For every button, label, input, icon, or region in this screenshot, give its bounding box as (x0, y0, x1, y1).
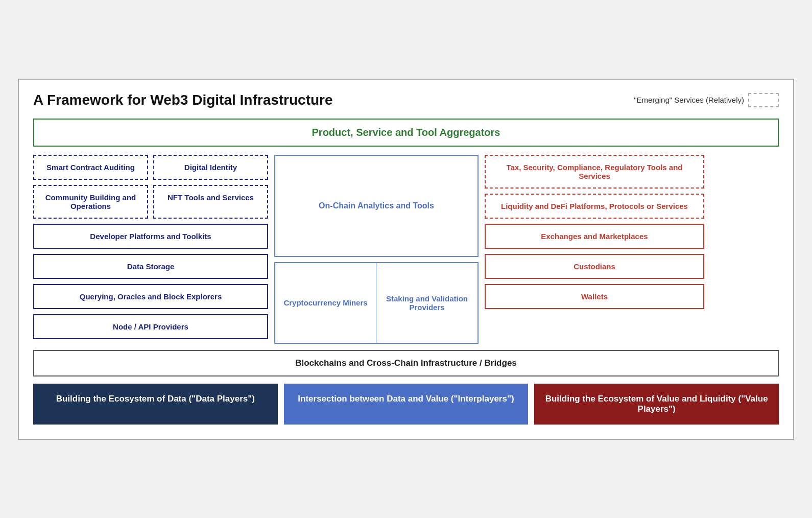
main-grid: Smart Contract Auditing Digital Identity… (33, 155, 779, 344)
left-column: Smart Contract Auditing Digital Identity… (33, 155, 268, 344)
tax-cell: Tax, Security, Compliance, Regulatory To… (485, 155, 704, 189)
emerging-text: "Emerging" Services (Relatively) (634, 96, 744, 104)
community-cell: Community Building and Operations (33, 185, 148, 219)
smart-contract-cell: Smart Contract Auditing (33, 155, 148, 180)
main-title: A Framework for Web3 Digital Infrastruct… (33, 92, 333, 108)
value-players-cell: Building the Ecosystem of Value and Liqu… (534, 384, 779, 425)
bottom-row: Building the Ecosystem of Data ("Data Pl… (33, 384, 779, 425)
aggregators-row: Product, Service and Tool Aggregators (33, 119, 779, 147)
data-players-cell: Building the Ecosystem of Data ("Data Pl… (33, 384, 278, 425)
emerging-label-group: "Emerging" Services (Relatively) (634, 93, 779, 107)
wallets-cell: Wallets (485, 284, 704, 309)
aggregators-text: Product, Service and Tool Aggregators (312, 127, 500, 138)
custodians-cell: Custodians (485, 254, 704, 279)
left-top-row: Smart Contract Auditing Digital Identity (33, 155, 268, 180)
querying-cell: Querying, Oracles and Block Explorers (33, 284, 268, 309)
miners-cell: Cryptocurrency Miners (275, 263, 376, 343)
nft-cell: NFT Tools and Services (153, 185, 268, 219)
emerging-dashed-box (748, 93, 779, 107)
digital-identity-cell: Digital Identity (153, 155, 268, 180)
interplayers-cell: Intersection between Data and Value ("In… (284, 384, 529, 425)
header-row: A Framework for Web3 Digital Infrastruct… (33, 92, 779, 108)
mid-bottom-row: Cryptocurrency Miners Staking and Valida… (274, 262, 479, 344)
node-cell: Node / API Providers (33, 314, 268, 339)
analytics-cell: On-Chain Analytics and Tools (274, 155, 479, 257)
liquidity-cell: Liquidity and DeFi Platforms, Protocols … (485, 194, 704, 219)
right-column: Tax, Security, Compliance, Regulatory To… (485, 155, 704, 344)
left-second-row: Community Building and Operations NFT To… (33, 185, 268, 219)
data-storage-cell: Data Storage (33, 254, 268, 279)
framework-container: A Framework for Web3 Digital Infrastruct… (18, 79, 794, 440)
middle-column: On-Chain Analytics and Tools Cryptocurre… (274, 155, 479, 344)
blockchain-row: Blockchains and Cross-Chain Infrastructu… (33, 350, 779, 376)
exchanges-cell: Exchanges and Marketplaces (485, 224, 704, 249)
staking-cell: Staking and Validation Providers (376, 263, 477, 343)
developer-cell: Developer Platforms and Toolkits (33, 224, 268, 249)
